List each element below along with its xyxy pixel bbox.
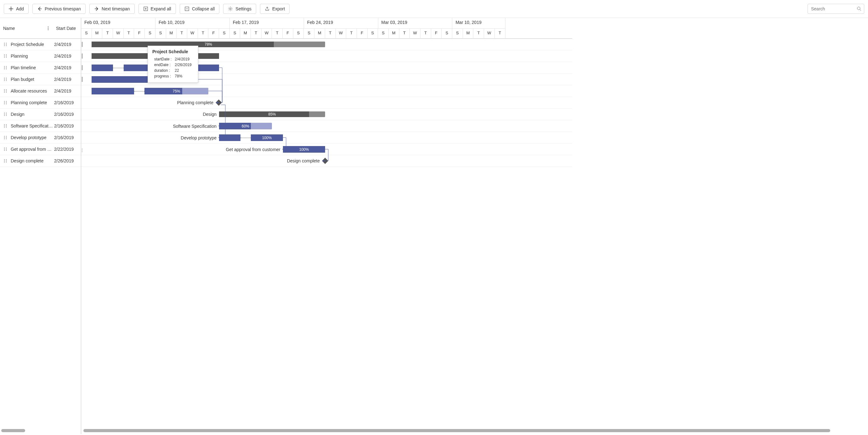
day-header-cell: T bbox=[272, 28, 283, 39]
column-header-name[interactable]: Name bbox=[0, 18, 53, 38]
search-input[interactable] bbox=[808, 4, 864, 14]
svg-point-46 bbox=[6, 114, 7, 115]
svg-point-42 bbox=[6, 103, 7, 104]
drag-handle-icon[interactable] bbox=[3, 65, 7, 70]
progress-label: 100% bbox=[299, 147, 309, 152]
task-bar-software-spec[interactable]: 60% Software Specification bbox=[219, 123, 272, 129]
grid-row[interactable]: Planning2/4/2019 bbox=[0, 50, 81, 62]
task-bar-allocate-seg1[interactable] bbox=[92, 88, 134, 94]
next-label: Next timespan bbox=[102, 6, 130, 11]
day-header-cell: W bbox=[484, 28, 495, 39]
week-header-cell: Mar 03, 2019 bbox=[378, 18, 453, 28]
tt-key: startDate : bbox=[153, 57, 173, 62]
svg-point-5 bbox=[48, 28, 49, 29]
svg-point-62 bbox=[6, 148, 7, 148]
day-header-cell: T bbox=[177, 28, 187, 39]
grid-row[interactable]: Plan timeline2/4/2019 bbox=[0, 62, 81, 74]
svg-point-35 bbox=[4, 92, 5, 93]
svg-point-32 bbox=[6, 89, 7, 90]
next-timespan-button[interactable]: Next timespan bbox=[89, 4, 134, 14]
expand-all-button[interactable]: Expand all bbox=[138, 4, 176, 14]
drag-handle-icon[interactable] bbox=[3, 100, 7, 105]
chart-panel[interactable]: Feb 03, 2019Feb 10, 2019Feb 17, 2019Feb … bbox=[81, 18, 868, 434]
svg-point-50 bbox=[6, 124, 7, 125]
progress-fill bbox=[92, 65, 113, 71]
row-indicator-icon bbox=[82, 77, 83, 82]
column-header-startdate[interactable]: Start Date bbox=[53, 18, 81, 38]
collapse-label: Collapse all bbox=[192, 6, 215, 11]
collapse-icon bbox=[184, 6, 189, 11]
svg-point-71 bbox=[4, 162, 5, 162]
grid-header: Name Start Date bbox=[0, 18, 81, 39]
splitter-handle-icon[interactable]: ⋮ bbox=[80, 148, 84, 153]
cell-task-name: Allocate resources bbox=[11, 88, 53, 93]
collapse-all-button[interactable]: Collapse all bbox=[180, 4, 219, 14]
grid-row[interactable]: Planning complete2/16/2019 bbox=[0, 97, 81, 108]
drag-handle-icon[interactable] bbox=[3, 147, 7, 151]
day-header-cell: T bbox=[399, 28, 410, 39]
drag-handle-icon[interactable] bbox=[3, 42, 7, 46]
grid-row[interactable]: Design2/16/2019 bbox=[0, 108, 81, 120]
svg-point-31 bbox=[4, 89, 5, 90]
day-header-cell: S bbox=[304, 28, 314, 39]
week-header-cell: Feb 10, 2019 bbox=[155, 18, 230, 28]
task-bar-develop-seg1[interactable]: Develop prototype bbox=[219, 134, 241, 141]
svg-point-68 bbox=[6, 159, 7, 160]
task-bar-plan-timeline-seg1[interactable] bbox=[92, 65, 113, 71]
split-connector bbox=[134, 91, 145, 92]
task-bar-get-approval[interactable]: 100% Get approval from customer bbox=[283, 146, 325, 153]
split-connector bbox=[113, 68, 124, 68]
grid-row[interactable]: Allocate resources2/4/2019 bbox=[0, 85, 81, 97]
svg-point-6 bbox=[48, 29, 49, 30]
drag-handle-icon[interactable] bbox=[3, 54, 7, 58]
chart-inner: Feb 03, 2019Feb 10, 2019Feb 17, 2019Feb … bbox=[81, 18, 572, 167]
add-label: Add bbox=[16, 6, 24, 11]
task-bar-develop-seg2[interactable]: 100% bbox=[251, 134, 283, 141]
milestone-design-complete[interactable] bbox=[322, 158, 328, 164]
tooltip-table: startDate :2/4/2019 endDate :2/26/2019 d… bbox=[152, 56, 193, 79]
summary-bar-design[interactable]: 85% Design bbox=[219, 112, 325, 117]
cell-start-date: 2/4/2019 bbox=[53, 65, 81, 70]
svg-point-18 bbox=[6, 57, 7, 58]
day-header-cell: M bbox=[389, 28, 399, 39]
drag-handle-icon[interactable] bbox=[3, 124, 7, 128]
export-button[interactable]: Export bbox=[260, 4, 289, 14]
svg-point-22 bbox=[6, 67, 7, 68]
svg-point-12 bbox=[6, 45, 7, 46]
svg-point-15 bbox=[4, 56, 5, 56]
grid-row[interactable]: Plan budget2/4/2019 bbox=[0, 74, 81, 85]
drag-handle-icon[interactable] bbox=[3, 135, 7, 140]
drag-handle-icon[interactable] bbox=[3, 89, 7, 93]
tt-key: progress : bbox=[153, 74, 173, 79]
svg-point-39 bbox=[4, 102, 5, 103]
cell-start-date: 2/16/2019 bbox=[53, 100, 81, 105]
column-menu-icon[interactable] bbox=[46, 26, 50, 31]
col-name-label: Name bbox=[3, 26, 15, 31]
settings-button[interactable]: Settings bbox=[223, 4, 256, 14]
previous-timespan-button[interactable]: Previous timespan bbox=[32, 4, 86, 14]
grid-row[interactable]: Design complete2/26/2019 bbox=[0, 155, 81, 167]
task-bar-allocate-seg2[interactable]: 75% bbox=[145, 88, 208, 94]
drag-handle-icon[interactable] bbox=[3, 159, 7, 163]
chart-horizontal-scrollbar[interactable] bbox=[84, 429, 830, 432]
day-header-cell: M bbox=[463, 28, 474, 39]
svg-point-20 bbox=[6, 66, 7, 67]
svg-point-34 bbox=[6, 91, 7, 91]
chart-row: 85% Design bbox=[81, 108, 572, 120]
drag-handle-icon[interactable] bbox=[3, 112, 7, 117]
add-button[interactable]: Add bbox=[4, 4, 29, 14]
export-icon bbox=[265, 6, 270, 11]
drag-handle-icon[interactable] bbox=[3, 77, 7, 82]
svg-point-10 bbox=[6, 44, 7, 45]
svg-point-33 bbox=[4, 91, 5, 91]
summary-bar-project-schedule[interactable]: 78% bbox=[92, 41, 325, 47]
day-header-cell: M bbox=[314, 28, 325, 39]
grid-row[interactable]: Get approval from cu...2/22/2019 bbox=[0, 144, 81, 155]
svg-point-2 bbox=[230, 8, 231, 10]
milestone-planning-complete[interactable] bbox=[216, 99, 222, 106]
grid-row[interactable]: Project Schedule2/4/2019 bbox=[0, 39, 81, 50]
grid-row[interactable]: Develop prototype2/16/2019 bbox=[0, 132, 81, 144]
grid-row[interactable]: Software Specification2/16/2019 bbox=[0, 120, 81, 132]
grid-horizontal-scrollbar[interactable] bbox=[1, 429, 25, 432]
day-header-cell: F bbox=[208, 28, 219, 39]
